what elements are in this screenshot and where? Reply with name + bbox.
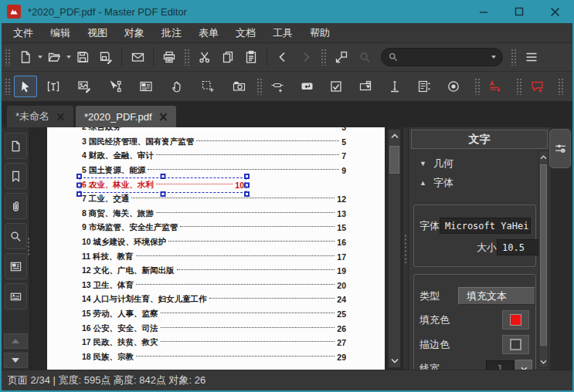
- menu-object[interactable]: 对象: [116, 23, 153, 42]
- toc-text-object[interactable]: 15 劳动、人事、监察25: [82, 309, 346, 319]
- toolbar-grip[interactable]: [511, 49, 517, 66]
- fill-color-button[interactable]: [502, 310, 529, 329]
- section-geometry[interactable]: ▼ 几何: [413, 154, 537, 173]
- selection-handle[interactable]: [76, 174, 82, 179]
- properties-panel-toggle[interactable]: [549, 129, 571, 168]
- select-region-tool-button[interactable]: [196, 76, 219, 97]
- open-file-button[interactable]: [42, 46, 66, 68]
- toc-line[interactable]: 5 国土资源、能源9: [82, 164, 346, 178]
- close-button[interactable]: [537, 0, 572, 23]
- toolbar-grip[interactable]: [321, 49, 327, 66]
- toc-line[interactable]: 2 综合政务3: [82, 127, 346, 135]
- toc-text-object[interactable]: 12 文化、广电、新闻出版19: [82, 265, 346, 276]
- back-button[interactable]: [271, 46, 294, 68]
- toolbar-grip[interactable]: [558, 78, 564, 95]
- scroll-up-arrow[interactable]: [389, 130, 400, 142]
- eraser-tool-button[interactable]: [567, 76, 574, 97]
- toc-text-object[interactable]: 8 商贸、海关、旅游13: [82, 208, 346, 219]
- toc-text-object[interactable]: 13 卫生、体育20: [82, 280, 346, 291]
- minimize-button[interactable]: [466, 0, 501, 23]
- line-width-input[interactable]: 1: [486, 360, 514, 370]
- menu-tools[interactable]: 工具: [264, 23, 301, 42]
- toc-text-object[interactable]: 2 综合政务3: [82, 127, 346, 133]
- scroll-down-arrow[interactable]: [389, 355, 400, 367]
- tab-untitled[interactable]: *未命名: [7, 106, 73, 127]
- toc-line[interactable]: 18 民族、宗教29: [82, 350, 346, 365]
- edit-text-tool-button[interactable]: [42, 76, 65, 97]
- text-field-tool-button[interactable]: [383, 76, 406, 97]
- toc-text-object[interactable]: 3 国民经济管理、国有资产监管5: [82, 137, 346, 147]
- fit-page-button[interactable]: [330, 46, 353, 68]
- maximize-button[interactable]: [501, 0, 537, 23]
- pdf-page[interactable]: 2 综合政务33 国民经济管理、国有资产监管54 财政、金融、审计75 国土资源…: [47, 127, 385, 370]
- edit-form-tool-button[interactable]: [134, 76, 158, 97]
- new-document-button[interactable]: [14, 46, 37, 68]
- panel-scroll-down-arrow[interactable]: [539, 356, 548, 367]
- section-font[interactable]: ▲ 字体: [413, 173, 537, 192]
- toc-text-object[interactable]: 16 公安、安全、司法26: [82, 323, 346, 334]
- toc-text-object[interactable]: 9 市场监管、安全生产监管15: [82, 222, 346, 233]
- toc-text-object[interactable]: 5 国土资源、能源9: [82, 165, 346, 176]
- menu-help[interactable]: 帮助: [301, 23, 338, 42]
- toc-line[interactable]: 4 财政、金融、审计7: [82, 149, 346, 164]
- menu-edit[interactable]: 编辑: [42, 23, 79, 42]
- toc-text-object[interactable]: 6 农业、林业、水利10: [82, 180, 244, 191]
- type-dropdown[interactable]: 填充文本: [458, 287, 535, 305]
- toc-text-object[interactable]: 10 城乡建设、环境保护16: [82, 237, 346, 248]
- sidebar-scroll-up-button[interactable]: [4, 333, 28, 349]
- listbox-tool-button[interactable]: [413, 76, 436, 97]
- font-name-input[interactable]: Microsoft YaHei: [440, 218, 531, 234]
- signature-button[interactable]: [5, 283, 27, 309]
- panel-scrollbar-thumb[interactable]: [540, 164, 547, 346]
- toolbar-grip[interactable]: [5, 78, 11, 95]
- copy-button[interactable]: [216, 46, 239, 68]
- selection-handle[interactable]: [76, 182, 82, 188]
- sidebar-scroll-down-button[interactable]: [4, 353, 28, 368]
- toc-line[interactable]: 12 文化、广电、新闻出版19: [82, 264, 346, 279]
- toolbar-grip[interactable]: [256, 78, 263, 95]
- combobox-tool-button[interactable]: [354, 76, 377, 97]
- tab-2020-pdf[interactable]: *2020_PDF.pdf: [76, 106, 175, 127]
- selection-handle[interactable]: [76, 191, 82, 197]
- panel-scroll-up-arrow[interactable]: [539, 151, 548, 163]
- form-fields-button[interactable]: [5, 253, 27, 279]
- toc-line[interactable]: 3 国民经济管理、国有资产监管5: [82, 135, 346, 150]
- search-input[interactable]: [399, 51, 491, 63]
- attachments-button[interactable]: [5, 193, 27, 219]
- selection-handle[interactable]: [244, 182, 250, 188]
- text-annotation-tool-button[interactable]: [484, 76, 507, 97]
- menu-file[interactable]: 文件: [5, 23, 42, 42]
- sidebar-search-button[interactable]: [5, 223, 27, 249]
- toolbar-grip[interactable]: [474, 78, 481, 95]
- toc-line[interactable]: 11 科技、教育17: [82, 249, 346, 264]
- menu-document[interactable]: 文档: [227, 23, 264, 42]
- search-dropdown-caret[interactable]: [491, 56, 496, 59]
- hand-tool-button[interactable]: [165, 76, 189, 97]
- snapshot-tool-button[interactable]: [227, 76, 250, 97]
- toc-line[interactable]: 15 劳动、人事、监察25: [82, 307, 346, 322]
- checkbox-tool-button[interactable]: [324, 76, 348, 97]
- paste-button[interactable]: [239, 46, 263, 68]
- radio-button-tool-button[interactable]: [442, 76, 465, 97]
- page-thumbnails-button[interactable]: [5, 133, 27, 159]
- cut-button[interactable]: [193, 46, 216, 68]
- edit-path-tool-button[interactable]: [104, 76, 127, 97]
- toc-text-object[interactable]: 18 民族、宗教29: [82, 352, 346, 363]
- toc-line[interactable]: 10 城乡建设、环境保护16: [82, 235, 346, 250]
- print-button[interactable]: [158, 46, 181, 68]
- bookmarks-button[interactable]: [5, 163, 27, 189]
- menu-annotation[interactable]: 批注: [153, 23, 190, 42]
- toc-line[interactable]: 17 民政、扶贫、救灾27: [82, 336, 346, 350]
- document-scrollbar[interactable]: [388, 129, 401, 368]
- toc-line[interactable]: 7 工业、交通12: [82, 192, 346, 207]
- push-button-tool-button[interactable]: [295, 76, 318, 97]
- selection-handle[interactable]: [161, 191, 166, 197]
- menu-view[interactable]: 视图: [79, 23, 116, 42]
- menu-form[interactable]: 表单: [190, 23, 227, 42]
- link-tool-button[interactable]: [266, 76, 289, 97]
- toc-line[interactable]: 16 公安、安全、司法26: [82, 321, 346, 336]
- selection-handle[interactable]: [161, 174, 166, 179]
- toolbar-grip[interactable]: [5, 49, 11, 66]
- toc-line[interactable]: 14 人口与计划生育、妇女儿童工作24: [82, 292, 346, 307]
- edit-image-tool-button[interactable]: [73, 76, 96, 97]
